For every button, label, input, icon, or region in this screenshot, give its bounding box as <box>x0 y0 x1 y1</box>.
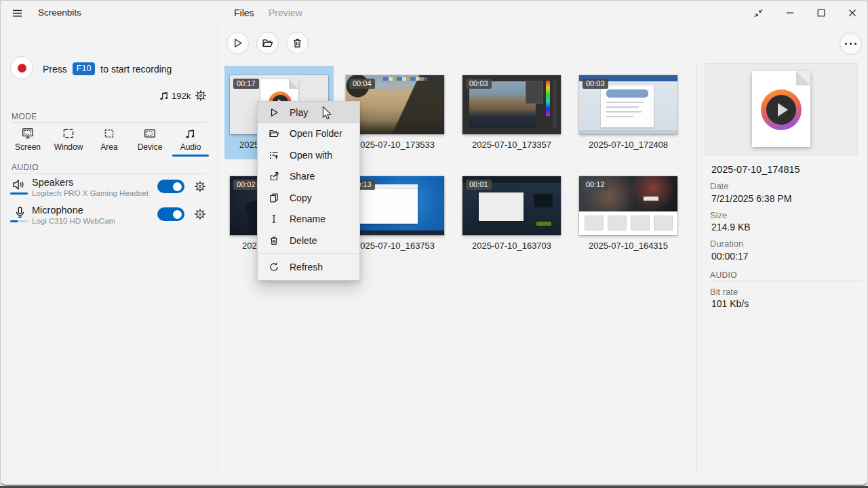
file-tile-thumbnail[interactable]: 00:03 <box>462 75 561 134</box>
menu-item-delete[interactable]: Delete <box>258 230 359 251</box>
audio-notes-icon <box>184 127 197 140</box>
tab-preview[interactable]: Preview <box>269 7 302 18</box>
file-preview[interactable] <box>705 63 858 155</box>
file-tile-label[interactable]: 2025-07-10_172408 <box>579 140 677 150</box>
close-button[interactable] <box>837 1 868 25</box>
hamburger-icon <box>12 8 23 18</box>
divider <box>710 281 862 281</box>
file-tile-thumbnail[interactable]: 00:01 <box>462 176 561 235</box>
menu-item-open-folder[interactable]: Open Folder <box>258 123 359 145</box>
mode-item-window[interactable]: Window <box>48 125 89 152</box>
level-fill <box>10 192 28 195</box>
menu-item-label: Rename <box>290 214 326 224</box>
mode-label: Screen <box>15 142 41 152</box>
toggle-knob <box>173 182 182 191</box>
menu-item-copy[interactable]: Copy <box>258 187 359 209</box>
audio-bitrate-value: 192k <box>172 91 191 101</box>
file-tile-thumbnail[interactable]: 00:04 <box>346 75 444 134</box>
thumbnail-art <box>606 89 648 98</box>
toolbar-delete-button[interactable] <box>286 32 309 54</box>
speakers-settings-button[interactable] <box>194 180 206 195</box>
folder-open-icon <box>269 128 279 139</box>
menu-item-rename[interactable]: Rename <box>258 209 359 230</box>
duration-badge: 00:03 <box>583 79 608 89</box>
device-name: Speakers <box>32 177 73 188</box>
file-tile-thumbnail[interactable]: 00:12 <box>579 176 677 235</box>
details-audio-header: AUDIO <box>710 270 737 280</box>
audio-bitrate-row: 192k <box>1 89 218 103</box>
play-icon <box>269 107 279 118</box>
app-window: Screenbits Files Preview Press F10 to st… <box>0 0 868 486</box>
close-icon <box>848 9 856 17</box>
duration-badge: 00:03 <box>466 79 492 89</box>
details-filename: 2025-07-10_174815 <box>711 164 800 175</box>
thumbnail-art <box>585 216 673 230</box>
toolbar-open-folder-button[interactable] <box>256 32 279 54</box>
minimize-button[interactable] <box>774 1 806 25</box>
device-model: Logitech PRO X Gaming Headset <box>32 189 149 197</box>
details-size-value: 214.9 KB <box>711 222 751 232</box>
thumbnail-art <box>553 81 557 128</box>
music-note-icon <box>159 90 170 104</box>
file-tile-thumbnail[interactable]: 00:03 <box>579 75 677 134</box>
thumbnail-art <box>606 106 639 108</box>
tab-files[interactable]: Files <box>234 7 254 18</box>
hamburger-menu-button[interactable] <box>10 7 24 19</box>
compact-mode-button[interactable] <box>743 1 774 25</box>
file-tile-thumbnail[interactable]: 00:13 <box>346 176 444 235</box>
mode-label: Area <box>100 142 117 152</box>
record-dot-icon <box>18 64 26 73</box>
folder-open-icon <box>262 37 273 49</box>
context-menu: Play Open Folder Open with Share Copy Re… <box>257 101 360 281</box>
audio-section-header: AUDIO <box>12 163 39 172</box>
more-options-button[interactable] <box>840 33 862 55</box>
details-duration-label: Duration <box>710 239 743 249</box>
thumbnail-art <box>346 230 444 235</box>
gear-icon <box>194 180 206 192</box>
mode-item-audio[interactable]: Audio <box>170 125 211 152</box>
trash-icon <box>292 37 303 49</box>
menu-item-label: Refresh <box>290 262 323 272</box>
details-size-label: Size <box>710 210 727 220</box>
play-icon <box>232 37 243 49</box>
sidebar: Press F10 to start recording 192k MODE S… <box>1 25 218 475</box>
record-button[interactable] <box>10 56 33 79</box>
divider <box>696 62 697 475</box>
menu-item-play[interactable]: Play <box>258 102 359 123</box>
mouse-cursor <box>322 106 333 123</box>
file-tile-label[interactable]: 2025-07-10_173357 <box>462 140 561 150</box>
file-tile-label[interactable]: 2025-07-10_173533 <box>346 140 444 150</box>
toolbar-play-button[interactable] <box>226 32 249 54</box>
microphone-toggle[interactable] <box>157 207 184 221</box>
bitrate-settings-button[interactable] <box>195 89 207 104</box>
maximize-button[interactable] <box>806 1 837 25</box>
record-hint-suffix: to start recording <box>100 64 172 75</box>
menu-item-refresh[interactable]: Refresh <box>258 257 359 279</box>
speakers-toggle[interactable] <box>157 180 184 193</box>
play-ring-icon <box>761 89 802 130</box>
compact-arrows-icon <box>754 9 763 18</box>
trash-icon <box>269 235 279 246</box>
menu-item-open-with[interactable]: Open with <box>258 144 359 166</box>
mode-item-device[interactable]: Device <box>130 125 170 152</box>
file-tile-label[interactable]: 2025-07-10_164315 <box>579 241 677 251</box>
mode-item-area[interactable]: Area <box>89 125 130 152</box>
device-row-speakers: Speakers Logitech PRO X Gaming Headset <box>1 176 218 207</box>
file-tile-label[interactable]: 2025-07-10_163753 <box>346 241 444 251</box>
window-icon <box>62 127 75 140</box>
thumbnail-art <box>355 184 418 224</box>
mode-item-screen[interactable]: Screen <box>7 125 48 152</box>
divider <box>12 173 207 174</box>
menu-item-label: Share <box>290 171 315 182</box>
share-icon <box>269 171 279 182</box>
toggle-knob <box>173 210 182 219</box>
maximize-icon <box>817 9 825 17</box>
area-icon <box>102 127 116 140</box>
details-duration-value: 00:00:17 <box>711 251 749 262</box>
microphone-settings-button[interactable] <box>194 208 206 223</box>
hotkey-badge: F10 <box>73 62 96 75</box>
file-tile-label[interactable]: 2025-07-10_163703 <box>462 241 561 251</box>
minimize-icon <box>786 9 794 17</box>
menu-item-share[interactable]: Share <box>258 166 359 188</box>
duration-badge: 00:04 <box>349 79 375 89</box>
